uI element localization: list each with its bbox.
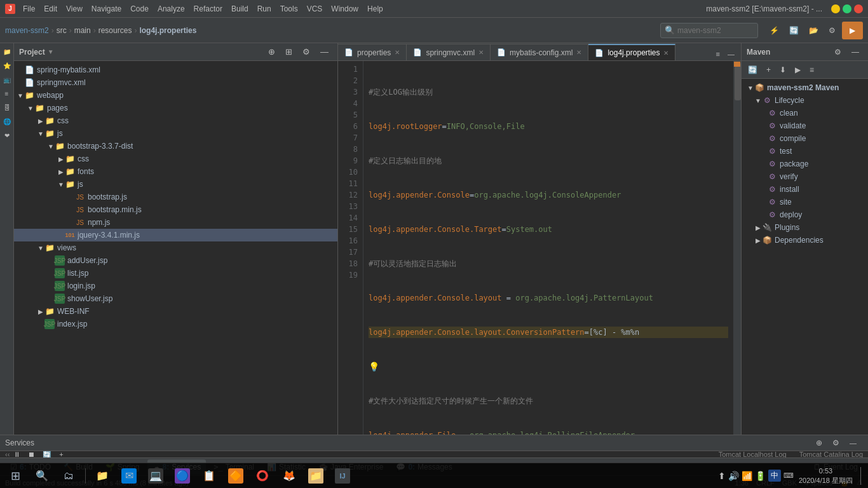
- tab-mybatis[interactable]: 📄 mybatis-config.xml ✕: [491, 44, 588, 60]
- services-btn-1[interactable]: ⏸: [10, 451, 24, 458]
- breadcrumb-item-0[interactable]: maven-ssm2: [5, 26, 49, 35]
- tree-item-webapp[interactable]: ▼ 📁 webapp: [14, 89, 337, 102]
- toolbar-btn-2[interactable]: 🔄: [785, 22, 803, 39]
- project-settings-btn[interactable]: ⚙: [299, 46, 314, 58]
- breadcrumb-item-1[interactable]: src: [57, 26, 67, 35]
- vertical-scrollbar[interactable]: [733, 61, 741, 435]
- maven-test-item[interactable]: ⚙ test: [742, 145, 868, 158]
- menu-tools[interactable]: Tools: [276, 3, 302, 15]
- maven-project-item[interactable]: ▼ 📦 maven-ssm2 Maven: [742, 81, 868, 94]
- tree-item-fonts[interactable]: ▶ 📁 fonts: [14, 165, 337, 178]
- toolbar-btn-4[interactable]: ⚙: [825, 22, 839, 39]
- tray-icon-ime[interactable]: ⌨: [783, 471, 794, 480]
- menu-run[interactable]: Run: [254, 3, 275, 15]
- services-btn-2[interactable]: ⏹: [24, 451, 39, 458]
- maven-deploy-item[interactable]: ⚙ deploy: [742, 208, 868, 221]
- close-button[interactable]: [854, 4, 863, 13]
- menu-build[interactable]: Build: [227, 3, 252, 15]
- toolbar-btn-3[interactable]: 📂: [805, 22, 822, 39]
- sidebar-icon-6[interactable]: 🌐: [1, 116, 13, 127]
- tab-close[interactable]: ✕: [663, 50, 668, 57]
- services-btn-4[interactable]: +: [55, 451, 67, 458]
- start-button[interactable]: ⊞: [3, 464, 28, 487]
- taskbar-app-3[interactable]: 📋: [196, 464, 222, 487]
- menu-view[interactable]: View: [62, 3, 86, 15]
- tree-item-adduser[interactable]: JSP addUser.jsp: [14, 254, 337, 267]
- taskbar-explorer[interactable]: 📁: [90, 464, 115, 487]
- maven-run-btn[interactable]: ▶: [791, 64, 804, 76]
- services-btn-3[interactable]: 🔄: [39, 451, 55, 458]
- breadcrumb-item-4[interactable]: log4j.properties: [139, 26, 196, 35]
- project-dropdown-icon[interactable]: ▼: [48, 48, 54, 55]
- menu-window[interactable]: Window: [327, 3, 362, 15]
- maven-hide-btn[interactable]: —: [848, 46, 863, 58]
- sidebar-icon-5[interactable]: 🗄: [1, 102, 13, 113]
- tab-springmvc[interactable]: 📄 springmvc.xml ✕: [407, 44, 491, 60]
- project-scroll-btn[interactable]: ⊕: [264, 46, 279, 58]
- taskbar-firefox[interactable]: 🦊: [276, 464, 302, 487]
- tree-item-jquery[interactable]: 101 jquery-3.4.1.min.js: [14, 229, 337, 241]
- maven-download-btn[interactable]: ⬇: [776, 64, 790, 76]
- minimize-button[interactable]: [831, 4, 840, 13]
- code-editor[interactable]: #定义LOG输出级别 log4j.rootLogger=INFO,Console…: [363, 61, 733, 435]
- tree-item-springmvc[interactable]: 📄 springmvc.xml: [14, 76, 337, 89]
- tree-item-npm[interactable]: JS npm.js: [14, 216, 337, 229]
- scroll-thumb[interactable]: [735, 62, 741, 100]
- sidebar-icon-3[interactable]: 📺: [1, 74, 13, 85]
- maven-validate-item[interactable]: ⚙ validate: [742, 119, 868, 132]
- maven-dependencies-item[interactable]: ▶ 📦 Dependencies: [742, 234, 868, 247]
- breadcrumb-item-3[interactable]: resources: [98, 26, 132, 35]
- tray-icon-lang[interactable]: 中: [768, 470, 781, 482]
- tabs-overflow-btn[interactable]: ≡: [712, 48, 724, 60]
- tree-item-views[interactable]: ▼ 📁 views: [14, 241, 337, 254]
- toolbar-btn-1[interactable]: ⚡: [766, 22, 783, 39]
- search-button[interactable]: 🔍: [29, 464, 55, 487]
- maven-settings-btn[interactable]: ⚙: [831, 46, 845, 58]
- tree-item-css2[interactable]: ▶ 📁 css: [14, 152, 337, 165]
- menu-refactor[interactable]: Refactor: [190, 3, 226, 15]
- tree-item-showuser[interactable]: JSP showUser.jsp: [14, 292, 337, 305]
- taskbar-app-5[interactable]: ⭕: [250, 464, 275, 487]
- breadcrumb-item-2[interactable]: main: [74, 26, 91, 35]
- maven-install-item[interactable]: ⚙ install: [742, 183, 868, 196]
- menu-file[interactable]: File: [19, 3, 39, 15]
- tree-item-webinf[interactable]: ▶ 📁 WEB-INF: [14, 305, 337, 318]
- menu-code[interactable]: Code: [126, 3, 153, 15]
- clock-display[interactable]: 0:53 2020/4/18 星期四: [799, 466, 853, 485]
- services-scroll-left[interactable]: ‹‹: [5, 451, 10, 458]
- maven-site-item[interactable]: ⚙ site: [742, 196, 868, 208]
- menu-navigate[interactable]: Navigate: [88, 3, 125, 15]
- taskbar-folder[interactable]: 📁: [303, 464, 329, 487]
- tray-icon-3[interactable]: 📶: [742, 471, 752, 481]
- search-input[interactable]: [677, 26, 754, 35]
- maven-lifecycle-item[interactable]: ▼ ⚙ Lifecycle: [742, 94, 868, 107]
- tree-item-spring-mybatis[interactable]: 📄 spring-mybatis.xml: [14, 64, 337, 76]
- sidebar-icon-1[interactable]: 📁: [1, 46, 13, 57]
- tree-item-index[interactable]: JSP index.jsp: [14, 318, 337, 330]
- tree-item-login[interactable]: JSP login.jsp: [14, 280, 337, 292]
- maven-compile-item[interactable]: ⚙ compile: [742, 132, 868, 145]
- tray-icon-2[interactable]: 🔊: [728, 471, 739, 481]
- maximize-button[interactable]: [843, 4, 851, 13]
- menu-edit[interactable]: Edit: [40, 3, 61, 15]
- tab-close[interactable]: ✕: [576, 49, 581, 56]
- project-expand-btn[interactable]: ⊞: [281, 46, 296, 58]
- maven-clean-item[interactable]: ⚙ clean: [742, 107, 868, 119]
- tree-item-js[interactable]: ▼ 📁 js: [14, 127, 337, 140]
- maven-plugins-item[interactable]: ▶ 🔌 Plugins: [742, 221, 868, 234]
- sidebar-icon-4[interactable]: ≡: [1, 88, 13, 99]
- tray-icon-1[interactable]: ⬆: [718, 471, 726, 481]
- tree-item-list[interactable]: JSP list.jsp: [14, 267, 337, 280]
- toolbar-btn-run[interactable]: ▶: [842, 22, 863, 39]
- tree-item-bootstrap-min[interactable]: JS bootstrap.min.js: [14, 203, 337, 216]
- menu-vcs[interactable]: VCS: [303, 3, 327, 15]
- tabs-hide-btn[interactable]: —: [724, 48, 738, 60]
- maven-verify-item[interactable]: ⚙ verify: [742, 170, 868, 183]
- menu-analyze[interactable]: Analyze: [154, 3, 189, 15]
- tree-item-bootstrap-js[interactable]: JS bootstrap.js: [14, 191, 337, 203]
- search-box[interactable]: 🔍: [660, 23, 758, 38]
- tree-item-bootstrap-dist[interactable]: ▼ 📁 bootstrap-3.3.7-dist: [14, 140, 337, 152]
- tree-item-js2[interactable]: ▼ 📁 js: [14, 178, 337, 191]
- sidebar-icon-2[interactable]: ⭐: [1, 60, 13, 71]
- maven-more-btn[interactable]: ≡: [806, 64, 818, 76]
